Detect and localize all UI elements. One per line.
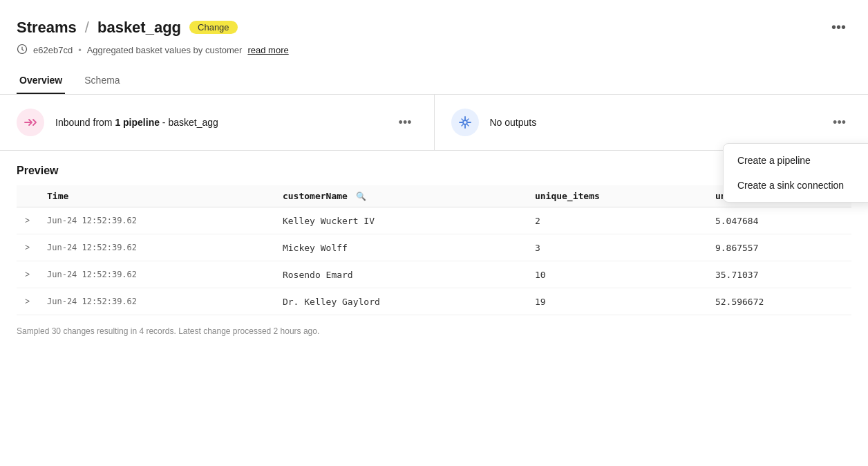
row-unique-items: 19 xyxy=(527,288,707,315)
outbound-dropdown-menu: Create a pipeline Create a sink connecti… xyxy=(723,143,868,203)
read-more-link[interactable]: read more xyxy=(247,45,288,55)
tab-overview[interactable]: Overview xyxy=(17,68,65,94)
create-sink-connection-item[interactable]: Create a sink connection xyxy=(724,173,868,198)
row-unique-items: 3 xyxy=(527,234,707,261)
inbound-icon xyxy=(17,109,44,136)
tab-bar: Overview Schema xyxy=(0,68,868,95)
tab-schema[interactable]: Schema xyxy=(82,68,122,94)
breadcrumb-stream-name: basket_agg xyxy=(97,19,181,37)
inbound-text: Inbound from 1 pipeline - basket_agg xyxy=(55,117,382,128)
row-time: Jun-24 12:52:39.62 xyxy=(39,261,274,288)
row-customer-name: Kelley Wuckert IV xyxy=(274,207,527,234)
table-row: > Jun-24 12:52:39.62 Dr. Kelley Gaylord … xyxy=(17,288,851,315)
col-expand xyxy=(17,185,39,207)
breadcrumb-streams[interactable]: Streams xyxy=(17,19,77,37)
outbound-icon xyxy=(451,109,479,136)
row-unit-ct: 52.596672 xyxy=(707,288,851,315)
preview-footer: Sampled 30 changes resulting in 4 record… xyxy=(17,315,851,342)
col-unique-items: unique_items xyxy=(527,185,707,207)
stream-id: e62eb7cd xyxy=(33,45,73,55)
row-unit-ct: 35.71037 xyxy=(707,261,851,288)
change-badge[interactable]: Change xyxy=(189,21,238,34)
outbound-text: No outputs xyxy=(490,117,817,128)
inbound-panel: Inbound from 1 pipeline - basket_agg ••• xyxy=(0,95,435,150)
col-time: Time xyxy=(39,185,274,207)
preview-table: Time customerName 🔍 unique_items unit_ct… xyxy=(17,185,851,315)
outbound-panel: No outputs ••• Create a pipeline Create … xyxy=(435,95,869,150)
row-unique-items: 2 xyxy=(527,207,707,234)
table-row: > Jun-24 12:52:39.62 Mickey Wolff 3 9.86… xyxy=(17,234,851,261)
row-unit-ct: 9.867557 xyxy=(707,234,851,261)
overview-panels: Inbound from 1 pipeline - basket_agg •••… xyxy=(0,95,868,151)
row-expand[interactable]: > xyxy=(17,261,39,288)
header-more-button[interactable]: ••• xyxy=(826,17,851,38)
row-unique-items: 10 xyxy=(527,261,707,288)
row-customer-name: Mickey Wolff xyxy=(274,234,527,261)
col-customer-name: customerName 🔍 xyxy=(274,185,527,207)
row-expand[interactable]: > xyxy=(17,207,39,234)
stream-description: Aggregated basket values by customer xyxy=(87,45,243,55)
table-row: > Jun-24 12:52:39.62 Kelley Wuckert IV 2… xyxy=(17,207,851,234)
search-icon-customer[interactable]: 🔍 xyxy=(356,192,366,201)
row-expand[interactable]: > xyxy=(17,234,39,261)
row-customer-name: Rosendo Emard xyxy=(274,261,527,288)
row-time: Jun-24 12:52:39.62 xyxy=(39,234,274,261)
row-expand[interactable]: > xyxy=(17,288,39,315)
outbound-more-button[interactable]: ••• xyxy=(827,113,851,133)
subtitle-dot: • xyxy=(78,45,82,55)
breadcrumb-separator: / xyxy=(85,19,89,37)
row-customer-name: Dr. Kelley Gaylord xyxy=(274,288,527,315)
row-time: Jun-24 12:52:39.62 xyxy=(39,207,274,234)
inbound-more-button[interactable]: ••• xyxy=(393,113,417,133)
row-time: Jun-24 12:52:39.62 xyxy=(39,288,274,315)
table-row: > Jun-24 12:52:39.62 Rosendo Emard 10 35… xyxy=(17,261,851,288)
row-unit-ct: 5.047684 xyxy=(707,207,851,234)
clock-icon xyxy=(17,44,28,57)
create-pipeline-item[interactable]: Create a pipeline xyxy=(724,148,868,173)
